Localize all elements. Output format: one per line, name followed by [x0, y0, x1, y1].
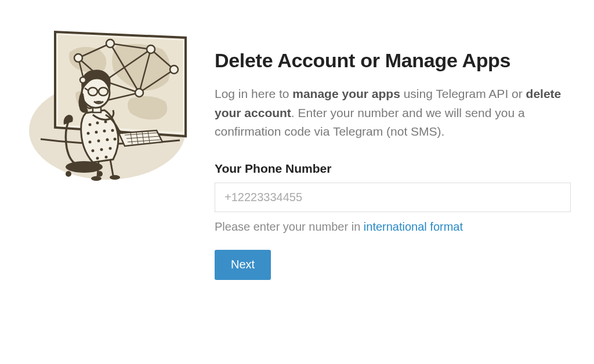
desc-prefix: Log in here to [215, 87, 292, 100]
svg-point-25 [111, 129, 114, 132]
phone-label: Your Phone Number [215, 162, 571, 176]
svg-point-31 [100, 148, 103, 151]
svg-point-34 [105, 156, 108, 159]
svg-point-37 [80, 77, 86, 83]
svg-point-17 [66, 171, 71, 177]
svg-point-33 [96, 157, 99, 160]
svg-point-28 [106, 139, 109, 141]
hint-prefix: Please enter your number in [215, 220, 364, 233]
svg-point-21 [104, 121, 107, 123]
svg-point-29 [114, 138, 117, 141]
svg-point-23 [95, 131, 98, 134]
svg-point-32 [109, 147, 112, 150]
svg-point-1 [74, 54, 82, 62]
phone-input[interactable] [215, 183, 571, 212]
telegram-illustration [23, 17, 191, 185]
svg-point-6 [135, 89, 143, 97]
svg-point-2 [106, 39, 114, 48]
page-description: Log in here to manage your apps using Te… [215, 85, 571, 141]
svg-point-3 [147, 45, 155, 53]
next-button[interactable]: Next [215, 250, 271, 280]
svg-point-4 [170, 65, 178, 74]
svg-point-26 [89, 141, 92, 144]
svg-point-27 [97, 140, 100, 143]
svg-point-22 [87, 132, 90, 135]
svg-point-24 [103, 130, 106, 133]
phone-hint: Please enter your number in internationa… [215, 220, 571, 234]
international-format-link[interactable]: international format [364, 220, 463, 233]
svg-point-42 [110, 175, 120, 180]
page-title: Delete Account or Manage Apps [215, 49, 571, 72]
main-content: Delete Account or Manage Apps Log in her… [215, 17, 571, 280]
svg-point-30 [92, 150, 95, 152]
svg-point-19 [89, 123, 92, 126]
svg-point-20 [96, 122, 99, 125]
desc-middle: using Telegram API or [400, 87, 526, 100]
svg-rect-16 [81, 162, 87, 171]
desc-bold-manage: manage your apps [292, 87, 400, 100]
svg-point-41 [91, 176, 102, 181]
